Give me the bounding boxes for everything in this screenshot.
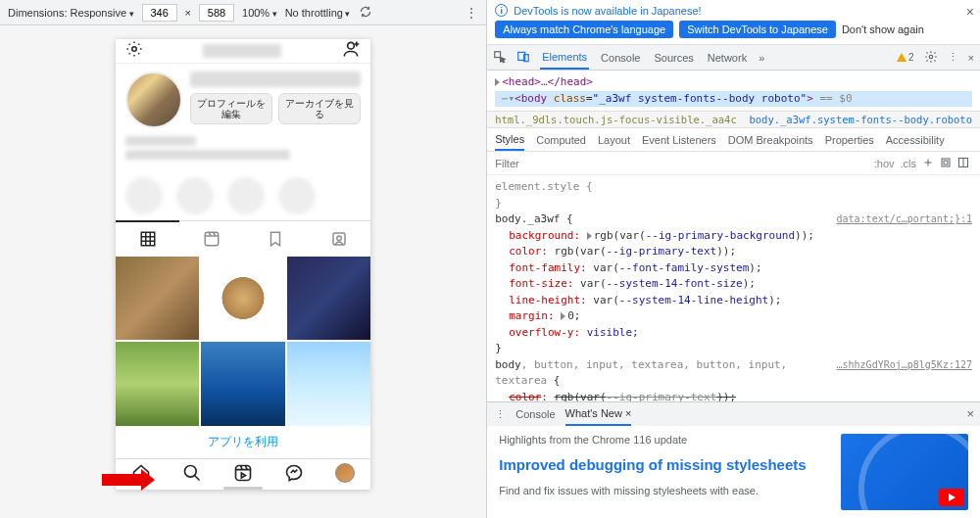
styles-filter-input[interactable] bbox=[495, 158, 554, 169]
dimension-separator: × bbox=[185, 7, 191, 19]
svg-rect-4 bbox=[333, 233, 345, 245]
svg-point-11 bbox=[929, 55, 933, 59]
post-thumbnail[interactable] bbox=[116, 257, 199, 340]
styles-pane[interactable]: element.style { } data:text/c…portant;}:… bbox=[487, 175, 980, 401]
post-thumbnail[interactable] bbox=[287, 342, 370, 425]
selected-dom-node[interactable]: ⋯▾<body class="_a3wf system-fonts--body … bbox=[495, 91, 972, 108]
box-model-icon[interactable] bbox=[937, 157, 955, 170]
svg-rect-12 bbox=[942, 159, 950, 166]
highlight-circle[interactable] bbox=[176, 177, 214, 214]
dont-show-again-link[interactable]: Don't show again bbox=[842, 24, 924, 35]
device-toggle-icon[interactable] bbox=[516, 50, 530, 66]
profile-avatar[interactable] bbox=[125, 71, 182, 128]
device-toolbar-more-icon[interactable]: ⋮ bbox=[465, 5, 478, 21]
tab-console[interactable]: Console bbox=[599, 45, 642, 70]
devtools-tabs: Elements Console Sources Network » 2 ⋮ × bbox=[487, 45, 980, 71]
grid-tab[interactable] bbox=[116, 220, 179, 256]
reels-tab[interactable] bbox=[179, 221, 243, 257]
post-thumbnail[interactable] bbox=[287, 257, 370, 340]
info-icon: i bbox=[495, 4, 508, 17]
nav-messenger-icon[interactable] bbox=[269, 459, 319, 487]
svg-point-6 bbox=[185, 465, 197, 477]
tab-dom-breakpoints[interactable]: DOM Breakpoints bbox=[728, 128, 813, 151]
whatsnew-title[interactable]: Improved debugging of missing stylesheet… bbox=[499, 455, 827, 475]
inspect-icon[interactable] bbox=[493, 50, 507, 66]
dimensions-dropdown[interactable]: Dimensions: Responsive bbox=[8, 7, 134, 19]
saved-tab[interactable] bbox=[243, 221, 307, 257]
post-thumbnail[interactable] bbox=[201, 342, 284, 425]
new-style-rule-icon[interactable] bbox=[919, 157, 937, 170]
settings-gear-icon[interactable] bbox=[924, 50, 938, 66]
computed-toggle-icon[interactable] bbox=[955, 157, 972, 170]
svg-rect-2 bbox=[141, 232, 155, 246]
tab-elements[interactable]: Elements bbox=[540, 45, 589, 70]
stylesheet-link[interactable]: …shhzGdYRoj…p8lg5Kz:127 bbox=[837, 357, 972, 372]
use-app-link[interactable]: アプリを利用 bbox=[116, 426, 370, 458]
annotation-arrow bbox=[102, 469, 155, 491]
svg-point-1 bbox=[348, 43, 355, 50]
post-thumbnail[interactable] bbox=[116, 342, 199, 425]
banner-text: DevTools is now available in Japanese! bbox=[514, 5, 701, 17]
devtools-close-icon[interactable]: × bbox=[968, 52, 974, 64]
svg-rect-7 bbox=[236, 465, 251, 480]
drawer-tab-whatsnew[interactable]: What's New× bbox=[565, 402, 632, 426]
hov-toggle[interactable]: :hov bbox=[871, 158, 898, 169]
tab-computed[interactable]: Computed bbox=[536, 128, 586, 151]
tab-network[interactable]: Network bbox=[706, 45, 749, 70]
language-banner: i DevTools is now available in Japanese!… bbox=[487, 0, 980, 45]
drawer-more-icon[interactable]: ⋮ bbox=[495, 408, 506, 421]
svg-rect-13 bbox=[944, 161, 948, 165]
whatsnew-subtitle: Highlights from the Chrome 116 update bbox=[499, 434, 827, 446]
height-input[interactable] bbox=[199, 4, 234, 22]
styles-sidebar-tabs: Styles Computed Layout Event Listeners D… bbox=[487, 128, 980, 152]
svg-rect-8 bbox=[495, 51, 501, 57]
drawer: ⋮ Console What's New× × Highlights from … bbox=[487, 401, 980, 518]
device-viewport: プロフィールを編集 アーカイブを見る bbox=[0, 25, 486, 518]
rendered-page: プロフィールを編集 アーカイブを見る bbox=[116, 39, 370, 490]
rotate-icon[interactable] bbox=[359, 5, 372, 21]
cls-toggle[interactable]: .cls bbox=[898, 158, 920, 169]
stylesheet-link[interactable]: data:text/c…portant;}:1 bbox=[837, 212, 972, 226]
add-user-icon[interactable] bbox=[341, 39, 361, 62]
drawer-tab-console[interactable]: Console bbox=[515, 402, 555, 426]
throttling-dropdown[interactable]: No throttling bbox=[285, 7, 351, 19]
warnings-badge[interactable]: 2 bbox=[897, 52, 914, 63]
tab-layout[interactable]: Layout bbox=[598, 128, 630, 151]
tab-styles[interactable]: Styles bbox=[495, 128, 524, 151]
highlight-circle[interactable] bbox=[278, 177, 316, 214]
width-input[interactable] bbox=[142, 4, 177, 22]
archive-button[interactable]: アーカイブを見る bbox=[278, 93, 361, 124]
nav-reels-icon[interactable] bbox=[218, 459, 269, 487]
whatsnew-description: Find and fix issues with missing stylesh… bbox=[499, 483, 827, 499]
highlight-circle[interactable] bbox=[125, 177, 163, 214]
nav-profile-avatar[interactable] bbox=[319, 459, 370, 487]
youtube-icon bbox=[939, 489, 964, 506]
highlight-circle[interactable] bbox=[227, 177, 265, 214]
more-tabs-icon[interactable]: » bbox=[759, 52, 764, 64]
whatsnew-video-thumbnail[interactable] bbox=[841, 434, 968, 510]
svg-point-5 bbox=[336, 236, 341, 241]
drawer-close-icon[interactable]: × bbox=[966, 406, 974, 421]
devtools-more-icon[interactable]: ⋮ bbox=[948, 51, 958, 64]
device-toolbar: Dimensions: Responsive × 100% No throttl… bbox=[0, 0, 486, 25]
tab-properties[interactable]: Properties bbox=[825, 128, 874, 151]
gear-icon[interactable] bbox=[125, 40, 143, 61]
tab-event-listeners[interactable]: Event Listeners bbox=[642, 128, 716, 151]
edit-profile-button[interactable]: プロフィールを編集 bbox=[190, 93, 272, 124]
zoom-dropdown[interactable]: 100% bbox=[242, 7, 277, 19]
tagged-tab[interactable] bbox=[307, 221, 370, 257]
svg-rect-3 bbox=[205, 232, 219, 246]
dom-tree[interactable]: <head>…</head> ⋯▾<body class="_a3wf syst… bbox=[487, 71, 980, 111]
match-language-button[interactable]: Always match Chrome's language bbox=[495, 21, 673, 38]
switch-language-button[interactable]: Switch DevTools to Japanese bbox=[679, 21, 836, 38]
tab-accessibility[interactable]: Accessibility bbox=[886, 128, 945, 151]
dom-breadcrumb[interactable]: html._9dls.touch.js-focus-visible._aa4c … bbox=[487, 111, 980, 128]
tab-sources[interactable]: Sources bbox=[652, 45, 695, 70]
post-thumbnail[interactable] bbox=[201, 257, 284, 340]
nav-search-icon[interactable] bbox=[167, 459, 218, 487]
close-icon[interactable]: × bbox=[966, 4, 974, 20]
svg-point-0 bbox=[132, 47, 137, 52]
